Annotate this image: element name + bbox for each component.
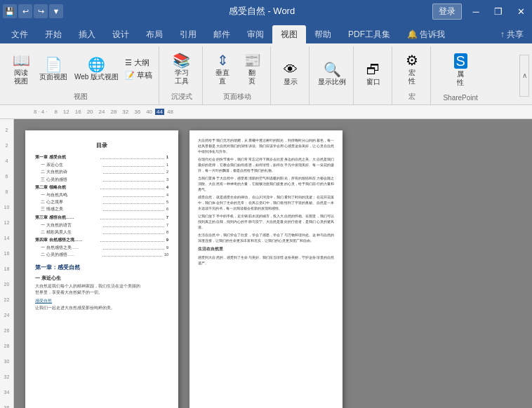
tab-view[interactable]: 视图 [272,25,306,43]
tab-help[interactable]: 帮助 [306,25,340,43]
horizontal-ruler: 8 · 4 · 8 12 16 20 24 28 32 36 40 44 48 [0,105,532,119]
toc-dots [100,184,164,189]
toc-dots [103,229,164,234]
toc-item: 一 亲近心生 1 [35,162,168,168]
ribbon-items-zoom: 🔍 显示比例 [315,48,349,100]
redo-btn[interactable]: ↪ [34,4,48,18]
toc-item-text: 三 情感之美 [41,206,101,212]
toc-dots [103,199,164,204]
toc-item-text: 第三章 感悟自然…… [35,215,98,221]
tab-share[interactable]: ↑ 共享 [492,25,532,43]
toc-item-page: 8 [166,229,168,235]
toc-item-text: 一 与自然共鸣 [41,192,101,198]
minimize-button[interactable]: ─ [465,0,487,22]
tab-tell[interactable]: 🔔 告诉我 [399,25,453,43]
ribbon-items-show: 👁 显示 [277,48,305,100]
toc-title: 目录 [35,142,168,150]
toc-item-text: 第一章 感受自然 [35,154,98,161]
window-button[interactable]: 🗗 窗口 [359,61,387,88]
ruler-v-num: 36 [0,400,13,408]
toc-item-page: 1 [166,154,168,161]
web-view-button[interactable]: 🌐 Web 版式视图 [72,56,121,83]
ribbon-group-window: 🗗 窗口 [355,46,392,104]
flip-label: 翻页 [248,69,255,86]
toc-item: 三 心灵的感悟 3 [35,177,168,182]
ruler-v-num: 18 [0,261,13,276]
toc-dots [100,154,164,159]
ribbon-group-immersive: 📚 学习工具 沉浸式 [161,46,203,104]
right-para-4: 感受自然，就是感受生命的律动。在山川河流中，我们看到了时间的流逝；在花开花落中，… [198,194,334,211]
learn-tools-icon: 📚 [173,53,190,67]
document-area[interactable]: 目录 第一章 感受自然 1 一 亲近心生 1 二 大自然的诗 2 三 心灵的感悟 [14,119,532,408]
tab-file[interactable]: 文件 [3,25,36,43]
immersive-group-label: 沉浸式 [171,90,192,103]
close-button[interactable]: ✕ [510,0,532,22]
chapter-title: 第一章：感受自然 [35,264,168,272]
read-view-icon: 📖 [13,53,30,67]
ruler-mark: 16 [75,109,81,115]
tab-pdf[interactable]: PDF工具集 [340,25,399,43]
display-icon: 👁 [284,62,298,76]
read-view-button[interactable]: 📖 阅读视图 [7,52,35,87]
right-para-1: 大自然给予我们无尽的馈赠，从晨曦中透过树叶的阳光，到傍晚时分山间的暮色，每一处风… [198,137,334,154]
toc-item: 二 大自然的诗 2 [35,169,168,175]
toc-dots [103,222,164,227]
toc-dots [103,192,164,197]
undo-btn[interactable]: ↩ [18,4,32,18]
tab-home[interactable]: 开始 [36,25,70,43]
login-button[interactable]: 登录 [432,4,462,20]
toc-item-page: 5 [166,199,168,205]
hyperlink[interactable]: 感受自然 [35,299,52,303]
ruler-v-num: 2 [0,137,13,153]
right-para-5: 让我们放下手中的手机，走出钢筋水泥的城市，投入大自然的怀抱。在那里，我们可以找到… [198,213,334,230]
page-view-button[interactable]: 📄 页面视图 [36,56,70,83]
tab-layout[interactable]: 布局 [138,25,171,43]
tab-review[interactable]: 审阅 [239,25,272,43]
tab-design[interactable]: 设计 [104,25,138,43]
ribbon-items-sharepoint: S 属性 [443,48,478,93]
sharepoint-icon: S [454,53,467,69]
save-btn[interactable]: 💾 [3,4,17,18]
macro-icon: ⚙ [406,53,418,67]
toc-item-page: 7 [166,215,168,221]
sharepoint-icon-button[interactable]: S 属性 [443,52,478,88]
tab-mail[interactable]: 邮件 [205,25,239,43]
vertical-ruler: 2 2 4 6 8 10 12 14 16 18 20 22 24 26 28 … [0,119,14,408]
ruler-v-num: 10 [0,199,13,215]
learn-tools-label: 学习工具 [175,69,189,86]
zoom-label: 显示比例 [318,78,346,86]
outline-button[interactable]: ☰ 大纲 [123,57,154,69]
read-view-label: 阅读视图 [14,69,28,86]
flip-button[interactable]: 📰 翻页 [238,52,266,87]
maximize-button[interactable]: ❐ [487,0,510,22]
customize-btn[interactable]: ▼ [49,4,63,18]
outline-icon: ☰ [125,58,132,67]
ribbon-group-macro: ⚙ 宏性 宏 [394,46,431,104]
toc-item-text: 第四章 自然感悟之境…… [35,237,98,243]
toc-dots [103,169,164,174]
vertical-button[interactable]: ⇕ 垂直直 [208,52,237,87]
window-label: 窗口 [366,78,380,86]
toc-dots [103,245,164,250]
toc-item-text: 二 精彩风景人生 [41,229,101,235]
learn-tools-button[interactable]: 📚 学习工具 [168,52,196,87]
toc-dots [103,162,164,167]
tab-insert[interactable]: 插入 [70,25,104,43]
right-para-3: 当我们置身于大自然中，感受着清新的空气和温暖的阳光，所有的烦恼和压力都会随之消散… [198,175,334,192]
ruler-mark: 24 [99,109,105,115]
macro-button[interactable]: ⚙ 宏性 [398,52,426,87]
display-label: 显示 [284,78,298,86]
draft-button[interactable]: 📝 草稿 [123,69,154,81]
display-button[interactable]: 👁 显示 [277,61,305,88]
tab-references[interactable]: 引用 [171,25,205,43]
zoom-button[interactable]: 🔍 显示比例 [315,61,349,88]
vertical-icon: ⇕ [217,53,229,67]
ribbon-group-pagemove: ⇕ 垂直直 📰 翻页 页面移动 [204,46,271,104]
toc-item-page: 3 [166,177,168,182]
window-icon: 🗗 [366,62,380,76]
ribbon-group-show: 👁 显示 [272,46,310,104]
collapse-ribbon-button[interactable]: ∧ [519,55,529,97]
web-view-icon: 🌐 [88,57,105,72]
right-para-7: 生活在自然里 [198,246,334,252]
page-view-label: 页面视图 [39,73,67,81]
